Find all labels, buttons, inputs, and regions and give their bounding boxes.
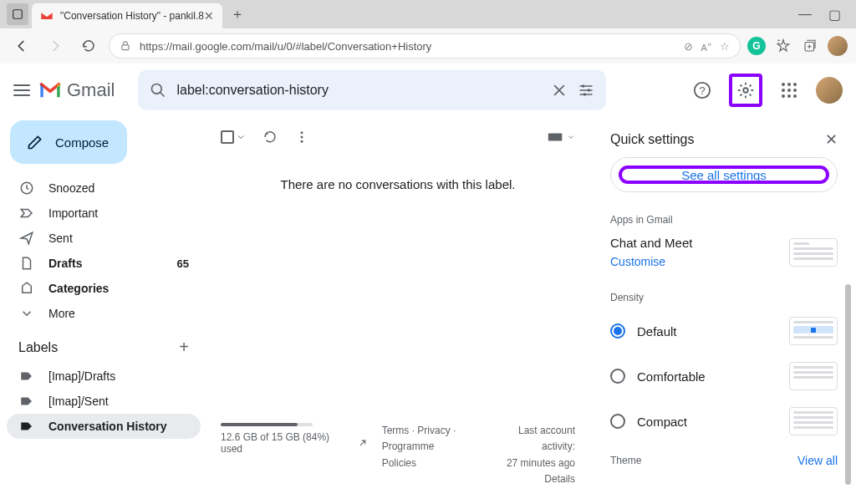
important-icon [18,206,35,221]
sidebar-item-categories[interactable]: Categories [7,276,201,301]
radio-icon [610,369,625,384]
footer-activity[interactable]: Last account activity: 27 minutes ago De… [483,423,575,487]
svg-point-11 [301,131,303,134]
sidebar-label-imap-drafts[interactable]: [Imap]/Drafts [7,364,201,389]
clock-icon [18,181,35,196]
send-icon [18,231,35,246]
label-icon [18,419,35,434]
reader-icon[interactable]: ⊘ [684,40,693,53]
svg-point-4 [582,84,584,87]
storage-info[interactable]: 12.6 GB of 15 GB (84%) used [221,423,369,455]
svg-point-5 [588,89,590,91]
sidebar-item-drafts[interactable]: Drafts 65 [7,251,201,276]
url-text: https://mail.google.com/mail/u/0/#label/… [140,40,675,53]
label-icon [18,394,35,409]
chat-meet-label: Chat and Meet [610,236,692,250]
sidebar-label-imap-sent[interactable]: [Imap]/Sent [7,389,201,414]
gear-icon [736,81,755,99]
window-controls: — ▢ [787,7,853,23]
sidebar-item-important[interactable]: Important [7,201,201,226]
input-tools-button[interactable] [547,131,575,143]
settings-button[interactable] [729,74,762,107]
density-preview-icon [789,317,838,345]
svg-point-12 [301,136,303,139]
address-row: https://mail.google.com/mail/u/0/#label/… [0,28,856,64]
browser-tab[interactable]: "Conversation History" - pankil.8 ✕ [32,3,222,28]
new-tab-button[interactable]: ＋ [226,3,249,26]
radio-icon [610,414,625,429]
sidebar-label-text: [Imap]/Sent [48,395,109,408]
sidebar: Compose Snoozed Important Sent Drafts 65… [0,117,207,504]
svg-point-9 [743,88,748,93]
apps-button[interactable] [772,74,806,107]
refresh-mail-button[interactable] [262,130,278,145]
profile-avatar-browser[interactable] [828,36,848,56]
apps-grid-icon [782,83,797,98]
title-bar: "Conversation History" - pankil.8 ✕ ＋ — … [0,0,856,28]
svg-rect-14 [548,133,563,140]
help-button[interactable]: ? [685,74,719,107]
density-comfortable[interactable]: Comfortable [595,354,853,399]
add-label-button[interactable]: + [179,338,189,357]
settings-title: Quick settings [610,132,694,147]
density-compact[interactable]: Compact [595,399,853,444]
sidebar-item-label: Snoozed [48,181,94,195]
svg-rect-1 [122,45,129,50]
mail-toolbar [207,117,588,157]
maximize-button[interactable]: ▢ [828,7,841,23]
sidebar-item-label: Categories [48,282,109,295]
pencil-icon [27,134,43,150]
sidebar-item-more[interactable]: More [7,301,201,326]
text-size-icon[interactable]: A» [701,40,711,53]
gmail-logo-text: Gmail [67,79,115,101]
see-all-settings-button[interactable]: See all settings [610,157,838,192]
search-icon[interactable] [150,82,166,99]
main-menu-icon[interactable] [13,84,30,96]
search-options-icon[interactable] [578,82,594,99]
forward-button [42,33,69,59]
select-all-checkbox[interactable] [221,130,246,144]
view-all-themes-link[interactable]: View all [797,454,838,467]
minimize-button[interactable]: — [798,7,812,23]
labels-header: Labels + [7,326,201,364]
settings-scrollbar[interactable] [845,284,851,485]
search-input[interactable] [176,83,541,98]
chevron-down-icon [18,306,35,321]
search-box[interactable] [138,70,606,110]
label-icon [18,369,35,384]
account-avatar[interactable] [816,77,843,104]
chevron-down-icon [236,132,246,142]
collections-icon[interactable] [801,37,819,55]
theme-header: Theme [610,455,641,466]
sidebar-label-conversation-history[interactable]: Conversation History [7,414,201,439]
density-default[interactable]: Default [595,308,853,354]
close-settings-button[interactable]: ✕ [825,130,838,149]
quick-settings-panel: Quick settings ✕ See all settings Apps i… [595,117,853,497]
favorites-icon[interactable] [774,37,792,55]
sidebar-item-label: Important [48,206,98,220]
sidebar-label-text: Conversation History [48,420,167,433]
chat-meet-row: Chat and Meet Customise [595,231,853,273]
more-actions-button[interactable] [294,130,309,145]
gmail-logo[interactable]: Gmail [38,79,115,101]
address-bar[interactable]: https://mail.google.com/mail/u/0/#label/… [109,33,741,59]
storage-text: 12.6 GB of 15 GB (84%) used [221,431,352,455]
clear-search-icon[interactable] [551,82,568,99]
svg-point-3 [152,84,162,94]
sidebar-item-sent[interactable]: Sent [7,226,201,251]
sidebar-item-snoozed[interactable]: Snoozed [7,176,201,201]
gmail-favicon [40,9,54,23]
tab-close-icon[interactable]: ✕ [204,9,214,23]
compose-label: Compose [55,135,109,150]
grammarly-icon[interactable]: G [747,37,766,55]
refresh-button[interactable] [75,33,102,59]
back-button[interactable] [8,33,35,59]
chat-preview-icon [789,238,838,267]
favorite-icon[interactable]: ☆ [720,40,730,53]
footer-links[interactable]: Terms · Privacy · Programme Policies [382,423,471,471]
compose-button[interactable]: Compose [10,120,127,164]
density-header: Density [595,283,853,308]
svg-text:?: ? [699,84,705,97]
tab-list-icon[interactable] [7,3,28,25]
customise-link[interactable]: Customise [610,255,692,268]
